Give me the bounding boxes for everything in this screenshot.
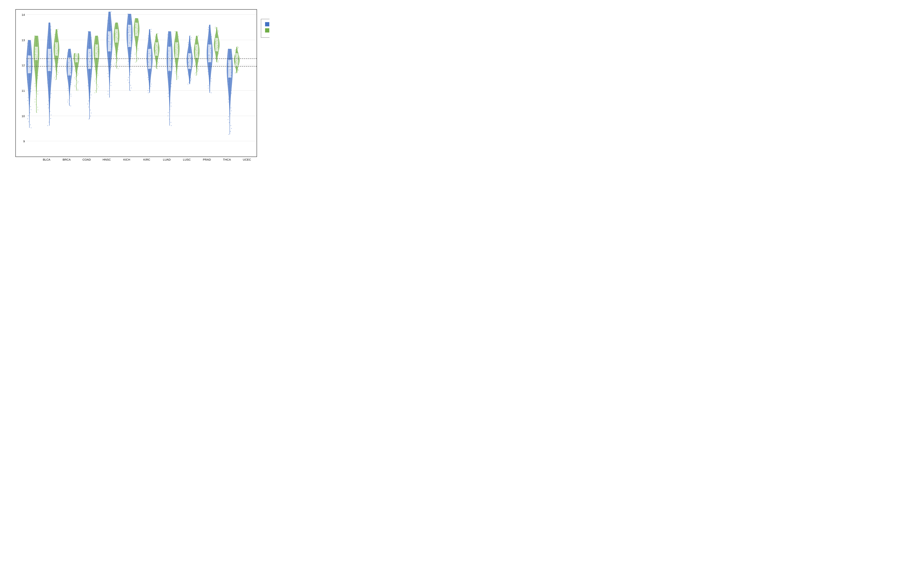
chart-inner: 91011121314 BLCABRCACOADHNSCKICHKIRCLUAD… xyxy=(15,9,255,161)
x-axis-label: UCEC xyxy=(237,158,257,161)
svg-point-736 xyxy=(235,56,236,57)
svg-point-743 xyxy=(235,50,236,51)
x-axis-label: PRAD xyxy=(197,158,217,161)
svg-point-738 xyxy=(236,55,237,55)
svg-point-719 xyxy=(235,72,236,73)
legend-item: Normal xyxy=(265,28,270,32)
svg-point-723 xyxy=(236,68,237,69)
svg-point-727 xyxy=(238,64,239,65)
svg-point-733 xyxy=(237,59,238,60)
x-axis-label: BRCA xyxy=(57,158,77,161)
plot-area-wrapper: 91011121314 BLCABRCACOADHNSCKICHKIRCLUAD… xyxy=(15,9,257,161)
svg-point-728 xyxy=(238,63,239,64)
svg-point-742 xyxy=(236,51,236,52)
svg-point-744 xyxy=(236,49,236,50)
svg-point-737 xyxy=(235,55,236,56)
svg-point-732 xyxy=(236,60,237,61)
x-axis-label: KIRC xyxy=(137,158,157,161)
svg-point-735 xyxy=(237,57,237,58)
svg-point-724 xyxy=(235,67,236,68)
chart-container: 91011121314 BLCABRCACOADHNSCKICHKIRCLUAD… xyxy=(0,0,270,168)
chart-wrapper: 91011121314 BLCABRCACOADHNSCKICHKIRCLUAD… xyxy=(15,7,255,161)
violin-plot xyxy=(16,10,257,156)
legend-color-box xyxy=(265,28,269,32)
x-axis-labels: BLCABRCACOADHNSCKICHKIRCLUADLUSCPRADTHCA… xyxy=(15,157,257,161)
svg-point-741 xyxy=(237,52,238,53)
x-axis-label: BLCA xyxy=(37,158,57,161)
svg-point-729 xyxy=(237,63,237,63)
legend-color-box xyxy=(265,22,269,26)
x-axis-label: THCA xyxy=(217,158,237,161)
svg-point-740 xyxy=(238,53,239,53)
svg-point-722 xyxy=(238,69,239,70)
svg-point-739 xyxy=(237,54,238,55)
legend: TumorNormal xyxy=(261,19,270,38)
x-axis-label: KICH xyxy=(117,158,137,161)
svg-point-721 xyxy=(238,70,239,71)
plot-area: 91011121314 xyxy=(15,9,257,157)
x-axis-label: LUSC xyxy=(177,158,197,161)
x-axis-label: HNSC xyxy=(97,158,117,161)
x-axis-label: COAD xyxy=(77,158,97,161)
x-axis-label: LUAD xyxy=(157,158,177,161)
svg-point-747 xyxy=(237,46,238,47)
svg-point-718 xyxy=(235,73,236,74)
svg-point-730 xyxy=(235,62,236,63)
dashed-reference-line xyxy=(26,58,257,59)
svg-point-745 xyxy=(237,48,238,49)
svg-point-720 xyxy=(237,71,237,71)
svg-point-731 xyxy=(235,61,236,61)
svg-point-746 xyxy=(238,47,239,48)
dashed-reference-line xyxy=(26,66,257,66)
legend-item: Tumor xyxy=(265,22,270,26)
